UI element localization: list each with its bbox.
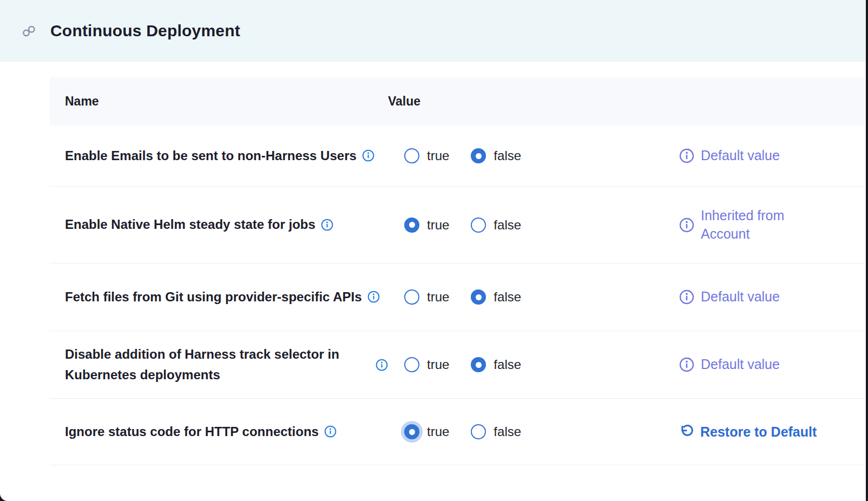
info-icon[interactable] (367, 291, 380, 303)
info-icon[interactable] (324, 425, 337, 438)
table-row: Fetch files from Git using provider-spec… (50, 263, 866, 331)
info-icon[interactable] (679, 217, 694, 233)
info-icon[interactable] (679, 357, 694, 372)
status-label: Inherited from Account (701, 207, 809, 243)
radio-option-true: true (404, 357, 449, 372)
restore-icon (679, 424, 694, 439)
radio-true-label[interactable]: true (427, 424, 449, 439)
setting-status-cell: Restore to Default (669, 424, 866, 440)
radio-true-label[interactable]: true (427, 357, 449, 372)
setting-name-cell: Disable addition of Harness track select… (50, 344, 388, 386)
radio-option-true: true (404, 289, 449, 305)
radio-option-true: true (404, 424, 449, 439)
column-header-name: Name (50, 94, 388, 109)
radio-false[interactable] (471, 424, 486, 439)
table-row: Ignore status code for HTTP connections … (50, 399, 866, 465)
radio-true[interactable] (404, 148, 419, 163)
setting-name: Fetch files from Git using provider-spec… (65, 287, 362, 307)
table-row: Enable Native Helm steady state for jobs… (50, 187, 866, 263)
radio-false[interactable] (471, 357, 486, 372)
table-header-row: Name Value (50, 77, 866, 126)
setting-name: Disable addition of Harness track select… (65, 344, 370, 386)
radio-option-false: false (471, 289, 521, 305)
settings-page: Continuous Deployment Name Value Enable … (0, 0, 866, 501)
setting-status-cell: Default value (669, 355, 866, 374)
link-icon[interactable] (22, 24, 36, 38)
restore-label: Restore to Default (700, 424, 817, 440)
column-header-value: Value (388, 94, 669, 109)
setting-name-cell: Enable Emails to be sent to non-Harness … (50, 146, 388, 166)
radio-false[interactable] (471, 289, 486, 305)
status-label: Default value (701, 147, 780, 165)
radio-true-label[interactable]: true (427, 217, 449, 233)
restore-to-default-button[interactable]: Restore to Default (669, 424, 817, 440)
radio-true-label[interactable]: true (427, 289, 449, 305)
radio-false[interactable] (471, 148, 486, 163)
radio-true[interactable] (404, 217, 419, 233)
setting-name-cell: Ignore status code for HTTP connections (50, 421, 388, 442)
radio-false-label[interactable]: false (494, 357, 521, 372)
radio-false-label[interactable]: false (494, 217, 521, 233)
radio-option-true: true (404, 148, 449, 163)
page-title: Continuous Deployment (50, 22, 240, 40)
radio-option-false: false (471, 217, 521, 233)
section-header: Continuous Deployment (0, 0, 866, 62)
info-icon[interactable] (679, 148, 694, 163)
info-icon[interactable] (679, 289, 694, 305)
radio-false-label[interactable]: false (494, 424, 521, 439)
setting-status-cell: Inherited from Account (669, 207, 866, 243)
info-icon[interactable] (321, 219, 333, 231)
radio-true-label[interactable]: true (427, 148, 449, 163)
settings-table: Name Value Enable Emails to be sent to n… (50, 77, 866, 465)
setting-value-cell: true false (388, 424, 669, 439)
radio-false[interactable] (471, 217, 486, 233)
table-row: Enable Emails to be sent to non-Harness … (50, 126, 866, 187)
setting-name-cell: Enable Native Helm steady state for jobs (50, 214, 388, 235)
setting-status-cell: Default value (669, 288, 866, 306)
radio-option-false: false (471, 424, 521, 439)
setting-value-cell: true false (388, 357, 669, 372)
info-icon[interactable] (362, 149, 374, 162)
radio-option-true: true (404, 217, 449, 233)
radio-true[interactable] (404, 289, 419, 305)
setting-status-cell: Default value (669, 147, 866, 165)
status-label: Default value (701, 288, 780, 306)
setting-name-cell: Fetch files from Git using provider-spec… (50, 287, 388, 307)
status-label: Default value (701, 355, 780, 374)
setting-value-cell: true false (388, 289, 669, 305)
table-row: Disable addition of Harness track select… (50, 331, 866, 399)
radio-false-label[interactable]: false (494, 148, 521, 163)
radio-false-label[interactable]: false (494, 289, 521, 305)
setting-name: Enable Emails to be sent to non-Harness … (65, 146, 357, 166)
setting-value-cell: true false (388, 217, 669, 233)
info-icon[interactable] (376, 359, 388, 371)
radio-option-false: false (471, 148, 521, 163)
setting-name: Ignore status code for HTTP connections (65, 421, 319, 442)
setting-value-cell: true false (388, 148, 669, 163)
radio-true[interactable] (404, 424, 419, 439)
radio-true[interactable] (404, 357, 419, 372)
setting-name: Enable Native Helm steady state for jobs (65, 214, 315, 235)
radio-option-false: false (471, 357, 521, 372)
